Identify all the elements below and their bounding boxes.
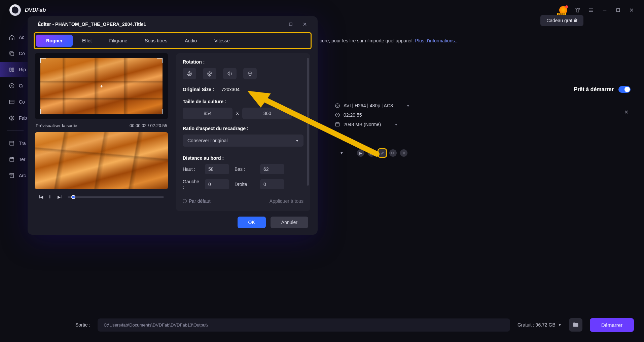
chevron-down-icon[interactable]: ▼ <box>340 151 344 155</box>
flip-vertical-button[interactable] <box>243 68 257 79</box>
aspect-ratio-select[interactable]: Conserver l'original ▼ <box>183 135 303 147</box>
crop-height-input[interactable] <box>242 108 292 119</box>
sidebar-item-label: Tra <box>19 141 26 146</box>
edge-top-label: Haut : <box>183 166 200 172</box>
svg-rect-7 <box>11 52 14 55</box>
flip-horizontal-button[interactable] <box>223 68 237 79</box>
profile-row[interactable]: AVI | H264 | 480p | AC3 ▼ <box>335 101 410 110</box>
ready-toggle[interactable] <box>618 86 631 93</box>
crop-center-icon: + <box>100 83 103 89</box>
editor-tabs: Rogner Effet Filigrane Sous-titres Audio… <box>34 32 312 49</box>
preview-timecode: 00:00:02 / 02:20:55 <box>130 123 167 128</box>
sidebar-item-label: Co <box>19 99 25 105</box>
timeline-slider[interactable] <box>68 196 164 198</box>
sidebar-item-fab[interactable]: Fab <box>0 110 30 126</box>
item-actions: ▼ ▶ ◉ ✂ ✕ <box>340 149 407 157</box>
edge-left-label: Gauche : <box>183 179 200 190</box>
edge-bottom-input[interactable] <box>260 164 284 174</box>
editor-maximize-button[interactable] <box>288 22 293 27</box>
cancel-button[interactable]: Annuler <box>271 217 308 228</box>
ok-button[interactable]: OK <box>238 217 266 228</box>
crop-size-label: Taille de la culture : <box>183 99 303 104</box>
rotate-ccw-button[interactable] <box>183 68 196 79</box>
crop-width-input[interactable] <box>183 108 232 119</box>
editor-dialog: Éditer - PHANTOM_OF_THE_OPERA_2004.Title… <box>28 16 318 235</box>
copy-icon <box>9 50 15 56</box>
crop-handle-bl[interactable] <box>40 109 46 114</box>
logo-icon <box>9 4 21 16</box>
sidebar-item-ripper[interactable]: Rip <box>0 62 30 77</box>
size-row[interactable]: 2048 MB (Norme) ▼ <box>335 120 410 129</box>
tab-audio[interactable]: Audio <box>177 35 205 47</box>
minimize-button[interactable] <box>602 7 608 13</box>
crop-handle-tr[interactable] <box>157 58 163 63</box>
timeline-thumb[interactable] <box>71 195 75 199</box>
settings-button[interactable]: ◉ <box>368 149 375 157</box>
original-size-row: Original Size : 720x304 <box>183 87 303 92</box>
editor-close-button[interactable] <box>302 22 308 27</box>
sidebar-item-calendar[interactable]: Ter <box>0 152 30 167</box>
edge-bottom-label: Bas : <box>235 166 255 172</box>
sidebar-item-creator[interactable]: Cr <box>0 78 30 93</box>
crop-preview[interactable]: + <box>35 53 168 119</box>
tshirt-icon[interactable] <box>575 7 581 13</box>
close-action-button[interactable]: ✕ <box>400 149 407 157</box>
aspect-label: Ratio d'aspect du recadrage : <box>183 126 303 131</box>
tab-crop[interactable]: Rogner <box>36 35 73 47</box>
play-button[interactable]: ▶ <box>357 149 364 157</box>
sidebar-item-label: Rip <box>19 67 26 72</box>
rotate-cw-button[interactable] <box>203 68 216 79</box>
tab-subtitles[interactable]: Sous-titres <box>137 35 175 47</box>
more-info-link[interactable]: Plus d'informations... <box>415 38 459 43</box>
ripper-icon <box>9 67 15 73</box>
radio-icon <box>183 199 187 203</box>
app-name: DVDFab <box>25 7 46 13</box>
maximize-button[interactable] <box>615 7 621 13</box>
home-icon <box>9 34 15 40</box>
chevron-down-icon: ▼ <box>394 123 398 126</box>
tab-speed[interactable]: Vitesse <box>206 35 238 47</box>
next-frame-button[interactable]: ▶I <box>58 195 62 199</box>
calendar-icon <box>9 156 15 162</box>
app-logo: DVDFab <box>9 4 46 16</box>
sidebar-item-archive[interactable]: Arc <box>0 168 30 183</box>
menu-icon[interactable] <box>588 7 594 13</box>
free-space[interactable]: Gratuit : 96.72 GB ▼ <box>517 322 562 328</box>
sidebar-item-converter[interactable]: Co <box>0 94 30 110</box>
edge-left-input[interactable] <box>205 179 229 189</box>
sidebar-divider <box>7 130 24 131</box>
output-path[interactable]: C:\Users\fab\Documents\DVDFab\DVDFab13\O… <box>98 318 510 332</box>
start-button[interactable]: Démarrer <box>590 318 634 332</box>
browse-folder-button[interactable] <box>569 318 582 332</box>
edge-top-input[interactable] <box>205 164 229 174</box>
creator-icon <box>9 83 15 89</box>
sidebar-item-label: Cr <box>19 83 24 88</box>
edge-right-input[interactable] <box>260 179 284 189</box>
sidebar-item-transfer[interactable]: Tra <box>0 136 30 151</box>
output-preview <box>35 132 168 189</box>
default-radio[interactable]: Par défaut <box>183 198 211 204</box>
svg-rect-19 <box>10 174 14 175</box>
close-button[interactable] <box>629 7 635 13</box>
editor-footer: OK Annuler <box>238 217 309 228</box>
scrollbar[interactable] <box>307 58 309 186</box>
cut-button[interactable]: ✂ <box>389 149 397 157</box>
svg-point-21 <box>335 104 339 108</box>
edit-button[interactable] <box>379 149 386 157</box>
sidebar-item-copy[interactable]: Co <box>0 46 30 61</box>
apply-all-button[interactable]: Appliquer à tous <box>270 198 303 204</box>
converter-icon <box>9 99 15 105</box>
crop-handle-br[interactable] <box>157 109 163 114</box>
pause-button[interactable]: II <box>49 195 51 199</box>
playback-controls: I◀ II ▶I <box>35 195 168 199</box>
tab-effect[interactable]: Effet <box>74 35 100 47</box>
crop-handle-tl[interactable] <box>40 58 46 63</box>
sidebar-item-label: Ter <box>19 157 25 162</box>
remove-item-button[interactable]: ✕ <box>624 109 629 115</box>
sidebar-item-home[interactable]: Ac <box>0 30 30 45</box>
archive-icon <box>9 173 15 179</box>
gift-button[interactable]: FREE <box>559 6 567 14</box>
sidebar: Ac Co Rip Cr Co Fab Tra Ter Arc <box>0 20 30 342</box>
tab-watermark[interactable]: Filigrane <box>101 35 136 47</box>
prev-frame-button[interactable]: I◀ <box>39 195 43 199</box>
